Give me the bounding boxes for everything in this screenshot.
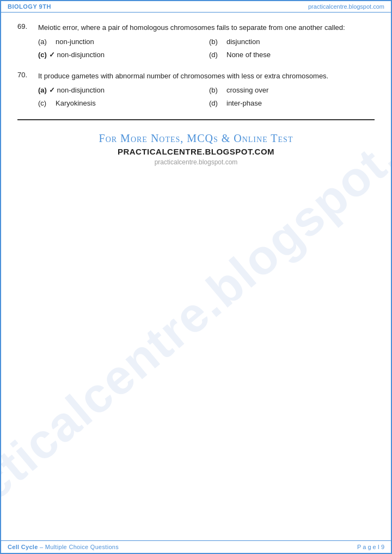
option-70-d: (d) inter-phase — [209, 98, 375, 109]
option-70-c-text: Karyokinesis — [56, 98, 96, 109]
promo-url-bold: PRACTICALCENTRE.BLOGSPOT.COM — [28, 147, 364, 156]
option-69-a-label: (a) — [38, 36, 53, 47]
option-70-c-label: (c) — [38, 98, 53, 109]
question-69-number: 69. — [17, 22, 34, 33]
option-69-c-text: non-disjunction — [57, 50, 105, 60]
page-header: Biology 9th practicalcentre.blogspot.com — [1, 1, 391, 13]
footer-dash: – — [38, 544, 45, 550]
option-70-a: (a) ✓ non-disjunction — [38, 85, 204, 96]
option-69-b: (b) disjunction — [209, 36, 375, 47]
option-69-b-label: (b) — [209, 36, 224, 47]
question-70-number: 70. — [17, 71, 34, 82]
option-69-d-text: None of these — [226, 50, 271, 60]
option-69-a: (a) non-junction — [38, 36, 204, 47]
option-70-a-label: (a) ✓ — [38, 85, 55, 96]
footer-left: Cell Cycle – Multiple Choice Questions — [8, 544, 119, 550]
option-70-d-label: (d) — [209, 98, 224, 109]
question-70: 70. It produce gametes with abnormal num… — [17, 71, 375, 108]
option-69-d: (d) None of these — [209, 50, 375, 60]
option-69-c: (c) ✓ non-disjunction — [38, 50, 204, 60]
option-70-d-text: inter-phase — [226, 98, 262, 109]
promo-url-light: practicalcentre.blogspot.com — [28, 158, 364, 166]
question-70-row: 70. It produce gametes with abnormal num… — [17, 71, 375, 82]
main-content: 69. Meiotic error, where a pair of homol… — [1, 13, 391, 540]
question-69: 69. Meiotic error, where a pair of homol… — [17, 22, 375, 60]
header-subject: Biology 9th — [8, 3, 51, 10]
question-69-text: Meiotic error, where a pair of homologou… — [38, 22, 345, 33]
question-70-text: It produce gametes with abnormal number … — [38, 71, 328, 82]
header-website: practicalcentre.blogspot.com — [308, 3, 384, 10]
option-70-b-label: (b) — [209, 85, 224, 96]
page-wrapper: Biology 9th practicalcentre.blogspot.com… — [0, 0, 392, 554]
page-footer: Cell Cycle – Multiple Choice Questions P… — [1, 540, 391, 553]
promo-section: For More Notes, MCQs & Online Test PRACT… — [17, 126, 375, 171]
option-70-c: (c) Karyokinesis — [38, 98, 204, 109]
option-69-a-text: non-junction — [56, 36, 94, 47]
option-70-b-text: crossing over — [226, 85, 268, 96]
promo-title: For More Notes, MCQs & Online Test — [28, 132, 364, 145]
footer-description: Multiple Choice Questions — [45, 544, 119, 550]
option-69-b-text: disjunction — [226, 36, 260, 47]
option-69-d-label: (d) — [209, 50, 224, 60]
footer-page-number: P a g e I 9 — [357, 544, 384, 550]
option-70-b: (b) crossing over — [209, 85, 375, 96]
question-69-options: (a) non-junction (b) disjunction (c) ✓ n… — [38, 36, 375, 60]
footer-subject: Cell Cycle — [8, 544, 38, 550]
option-69-c-label: (c) ✓ — [38, 50, 55, 60]
question-70-options: (a) ✓ non-disjunction (b) crossing over … — [38, 85, 375, 108]
question-69-row: 69. Meiotic error, where a pair of homol… — [17, 22, 375, 33]
option-70-a-text: non-disjunction — [57, 85, 105, 96]
section-divider — [17, 119, 375, 120]
